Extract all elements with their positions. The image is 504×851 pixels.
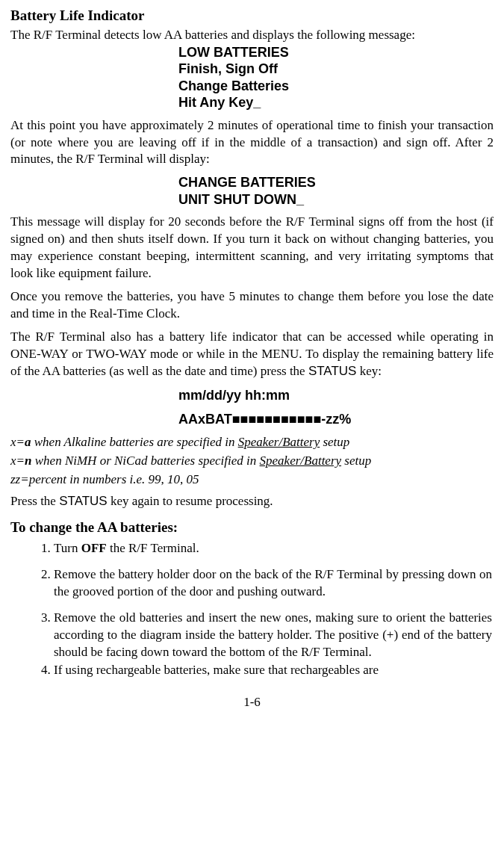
list-item: Turn OFF the R/F Terminal. <box>54 540 494 557</box>
text-bold: a <box>25 435 31 449</box>
plus-symbol: + <box>387 628 394 642</box>
status-key-label: STATUS <box>308 364 357 378</box>
text-run: x= <box>10 435 25 449</box>
display-line: Hit Any Key_ <box>178 94 494 111</box>
display-line: Finish, Sign Off <box>178 61 494 78</box>
status-display-datetime: mm/dd/yy hh:mm <box>10 386 494 404</box>
terminal-display-shutdown: CHANGE BATTERIES UNIT SHUT DOWN_ <box>10 174 494 208</box>
text-run: key: <box>356 364 382 378</box>
text-run: when NiMH or NiCad batteries specified i… <box>32 454 260 468</box>
legend-line: x=n when NiMH or NiCad batteries specifi… <box>10 453 494 470</box>
legend-line: x=a when Alkaline batteries are specifie… <box>10 434 494 451</box>
text-run: Turn <box>54 541 81 555</box>
section-title: Battery Life Indicator <box>10 6 494 25</box>
text-underline: Speaker/Battery <box>260 454 342 468</box>
paragraph: This message will display for 20 seconds… <box>10 214 494 282</box>
text-underline: Speaker/Battery <box>238 435 320 449</box>
paragraph: At this point you have approximately 2 m… <box>10 117 494 169</box>
text-bold: n <box>25 454 31 468</box>
page-number: 1-6 <box>10 694 494 711</box>
text-run: key again to resume processing. <box>108 494 273 508</box>
text-run: Press the <box>10 494 59 508</box>
legend-line: zz=percent in numbers i.e. 99, 10, 05 <box>10 471 494 489</box>
text-run: The R/F Terminal also has a battery life… <box>10 329 494 378</box>
paragraph: Press the STATUS key again to resume pro… <box>10 493 494 510</box>
list-item: If using rechargeable batteries, make su… <box>54 662 494 679</box>
subsection-title: To change the AA batteries: <box>10 518 494 537</box>
display-line: Change Batteries <box>178 78 494 95</box>
status-display-battery: AAxBAT■■■■■■■■■■■-zz% <box>10 410 494 428</box>
list-item: Remove the old batteries and insert the … <box>54 610 494 661</box>
text-bold: OFF <box>81 541 107 555</box>
text-run: the R/F Terminal. <box>107 541 199 555</box>
paragraph: Once you remove the batteries, you have … <box>10 288 494 323</box>
steps-list: Turn OFF the R/F Terminal. Remove the ba… <box>33 540 494 680</box>
terminal-display-low-battery: LOW BATTERIES Finish, Sign Off Change Ba… <box>10 44 494 111</box>
paragraph: The R/F Terminal also has a battery life… <box>10 329 494 380</box>
display-line: UNIT SHUT DOWN_ <box>178 191 494 208</box>
display-line: LOW BATTERIES <box>178 44 494 61</box>
status-key-label: STATUS <box>59 494 108 508</box>
text-run: x= <box>10 454 25 468</box>
text-run: when Alkaline batteries are specified in <box>31 435 238 449</box>
display-line: CHANGE BATTERIES <box>178 174 494 191</box>
intro-text: The R/F Terminal detects low AA batterie… <box>10 27 494 44</box>
text-run: setup <box>320 435 349 449</box>
list-item: Remove the battery holder door on the ba… <box>54 566 494 601</box>
text-run: setup <box>341 454 371 468</box>
